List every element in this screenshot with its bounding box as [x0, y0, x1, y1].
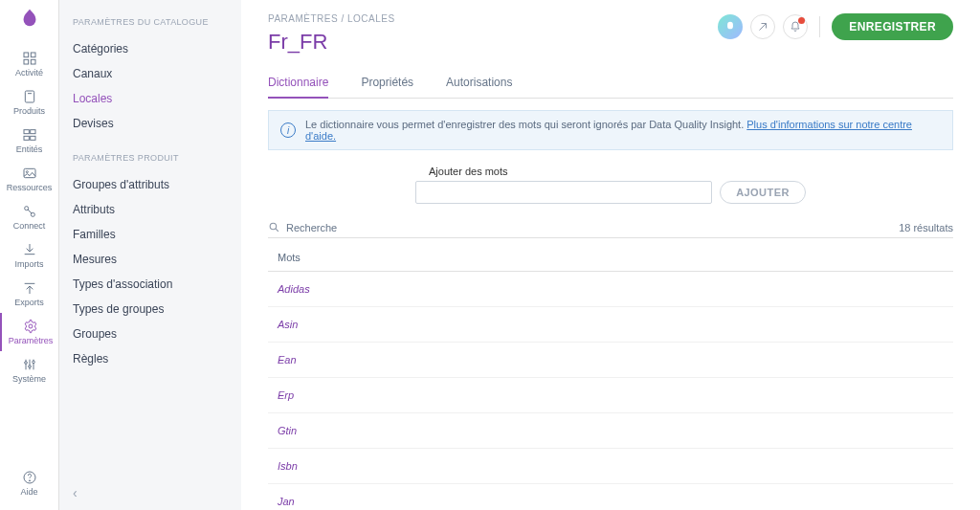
- svg-point-19: [270, 223, 277, 230]
- nav-label: Exports: [14, 298, 44, 307]
- nav-label: Ressources: [7, 183, 53, 192]
- sidebar-section-title: PARAMÈTRES DU CATALOGUE: [73, 17, 228, 27]
- svg-rect-1: [31, 53, 35, 57]
- svg-point-10: [26, 171, 28, 173]
- nav-label: Imports: [14, 259, 43, 269]
- nav-label: Paramètres: [9, 336, 54, 345]
- breadcrumb-leaf: LOCALES: [347, 13, 395, 24]
- add-words-label: Ajouter des mots: [429, 166, 508, 177]
- nav-label: Aide: [20, 487, 37, 497]
- nav-label: Système: [12, 374, 46, 384]
- svg-rect-2: [24, 59, 29, 64]
- nav-resources[interactable]: Ressources: [0, 160, 58, 198]
- svg-point-18: [29, 480, 30, 481]
- table-row[interactable]: Asin: [268, 307, 953, 343]
- sidebar-item-association-types[interactable]: Types d'association: [73, 272, 228, 297]
- sidebar-item-attribute-groups[interactable]: Groupes d'attributs: [73, 172, 228, 197]
- nav-activity[interactable]: Activité: [0, 45, 58, 83]
- add-words: Ajouter des mots AJOUTER: [268, 166, 953, 204]
- svg-point-16: [32, 361, 34, 364]
- nav-settings[interactable]: Paramètres: [0, 313, 57, 351]
- info-icon: i: [280, 122, 296, 138]
- svg-rect-7: [24, 136, 29, 140]
- nav-imports[interactable]: Imports: [0, 236, 58, 275]
- info-banner: i Le dictionnaire vous permet d'enregist…: [268, 110, 953, 150]
- svg-point-14: [24, 362, 27, 365]
- assistant-icon[interactable]: [718, 14, 743, 39]
- notification-dot: [798, 17, 805, 24]
- table-row[interactable]: Isbn: [268, 449, 953, 484]
- nav-label: Connect: [13, 221, 46, 231]
- nav-exports[interactable]: Exports: [0, 275, 58, 313]
- sidebar-item-locales[interactable]: Locales: [73, 86, 228, 111]
- sidebar-section-title: PARAMÈTRES PRODUIT: [73, 153, 228, 163]
- sidebar-item-attributes[interactable]: Attributs: [73, 197, 228, 222]
- primary-nav: Activité Produits Entités Ressources Con…: [0, 0, 59, 510]
- nav-label: Entités: [16, 144, 43, 154]
- notifications-icon[interactable]: [783, 14, 808, 39]
- nav-connect[interactable]: Connect: [0, 198, 58, 236]
- sidebar-item-currencies[interactable]: Devises: [73, 111, 228, 136]
- table-row[interactable]: Adidas: [268, 272, 953, 307]
- nav-system[interactable]: Système: [0, 351, 58, 389]
- svg-rect-3: [31, 59, 35, 64]
- sidebar-item-groups[interactable]: Groupes: [73, 322, 228, 346]
- tab-dictionary[interactable]: Dictionnaire: [268, 76, 328, 99]
- add-words-input[interactable]: [415, 181, 712, 204]
- brand-logo: [19, 8, 40, 32]
- search-row: Recherche 18 résultats: [268, 221, 953, 238]
- divider: [819, 16, 820, 37]
- add-words-button[interactable]: AJOUTER: [720, 181, 806, 204]
- svg-point-13: [29, 324, 33, 328]
- banner-text: Le dictionnaire vous permet d'enregistre…: [305, 119, 746, 130]
- svg-point-15: [28, 366, 31, 368]
- sidebar-item-measures[interactable]: Mesures: [73, 247, 228, 272]
- svg-rect-8: [30, 136, 34, 140]
- nav-label: Produits: [13, 106, 45, 116]
- table-row[interactable]: Jan: [268, 484, 953, 510]
- secondary-sidebar: PARAMÈTRES DU CATALOGUE Catégories Canau…: [59, 0, 241, 510]
- sidebar-item-channels[interactable]: Canaux: [73, 61, 228, 86]
- sidebar-item-categories[interactable]: Catégories: [73, 36, 228, 61]
- table-row[interactable]: Gtin: [268, 413, 953, 449]
- search-label[interactable]: Recherche: [286, 222, 337, 233]
- main-content: PARAMÈTRES / LOCALES Fr_FR ENREGISTRER D…: [241, 0, 980, 510]
- nav-products[interactable]: Produits: [0, 83, 58, 122]
- table-row[interactable]: Erp: [268, 378, 953, 413]
- svg-rect-4: [25, 91, 33, 102]
- header-actions: ENREGISTRER: [718, 13, 953, 40]
- svg-rect-6: [30, 130, 34, 134]
- svg-rect-5: [24, 130, 29, 134]
- nav-help[interactable]: Aide: [0, 464, 58, 502]
- tab-properties[interactable]: Propriétés: [361, 76, 413, 98]
- nav-entities[interactable]: Entités: [0, 122, 58, 160]
- table-row[interactable]: Ean: [268, 343, 953, 378]
- sidebar-item-families[interactable]: Familles: [73, 222, 228, 247]
- tab-permissions[interactable]: Autorisations: [446, 76, 512, 98]
- results-count: 18 résultats: [899, 222, 953, 233]
- launch-icon[interactable]: [750, 14, 775, 39]
- sidebar-item-group-types[interactable]: Types de groupes: [73, 297, 228, 322]
- collapse-sidebar-icon[interactable]: ‹: [73, 485, 78, 500]
- breadcrumb-root[interactable]: PARAMÈTRES: [268, 13, 338, 24]
- sidebar-item-rules[interactable]: Règles: [73, 346, 228, 371]
- search-icon: [268, 221, 280, 233]
- table-header-words: Mots: [268, 252, 953, 272]
- nav-label: Activité: [15, 68, 43, 78]
- svg-rect-0: [24, 53, 29, 57]
- save-button[interactable]: ENREGISTRER: [832, 13, 953, 40]
- tabs: Dictionnaire Propriétés Autorisations: [268, 76, 953, 99]
